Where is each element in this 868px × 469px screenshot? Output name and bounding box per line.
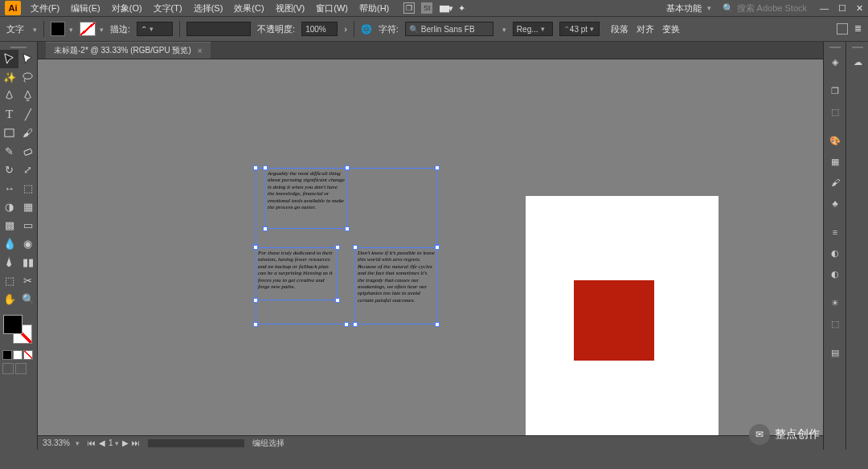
menu-edit[interactable]: 编辑(E) bbox=[66, 1, 105, 16]
transform-link[interactable]: 变换 bbox=[662, 23, 680, 35]
menu-help[interactable]: 帮助(H) bbox=[354, 1, 394, 16]
mesh-tool[interactable]: ▩ bbox=[0, 216, 18, 234]
text-frame-1[interactable]: Arguably the most difficult thing about … bbox=[265, 168, 347, 229]
search-adobe-stock[interactable]: 🔍 搜索 Adobe Stock bbox=[718, 1, 812, 16]
workspace-switcher[interactable]: 基本功能 bbox=[660, 1, 718, 16]
lasso-tool[interactable] bbox=[18, 68, 37, 87]
fill-swatch[interactable] bbox=[51, 22, 73, 36]
menu-object[interactable]: 对象(O) bbox=[107, 1, 147, 16]
nav-prev[interactable]: ◀ bbox=[99, 438, 105, 447]
symbols-panel-icon[interactable]: ♣ bbox=[824, 193, 846, 214]
shaper-tool[interactable]: ✎ bbox=[0, 142, 18, 161]
column-graph-tool[interactable]: ▮▮ bbox=[18, 253, 37, 271]
menu-window[interactable]: 窗口(W) bbox=[311, 1, 353, 16]
nav-next[interactable]: ▶ bbox=[122, 438, 129, 447]
brush-preset[interactable] bbox=[186, 22, 251, 36]
close-button[interactable]: ✕ bbox=[856, 3, 863, 14]
align-link[interactable]: 对齐 bbox=[637, 23, 654, 35]
nav-index[interactable]: 1 bbox=[108, 438, 120, 447]
slice-tool[interactable]: ✂ bbox=[18, 271, 37, 290]
eyedropper-tool[interactable]: 💧 bbox=[0, 234, 18, 253]
tool-mode-dd[interactable] bbox=[31, 24, 37, 34]
brushes-panel-icon[interactable]: 🖌 bbox=[824, 172, 846, 193]
direct-selection-tool[interactable] bbox=[18, 50, 37, 68]
stroke-weight-input[interactable]: ⌃ bbox=[137, 22, 173, 36]
asset-export-icon[interactable]: ⬚ bbox=[824, 101, 846, 122]
font-style-dd[interactable]: Reg... bbox=[513, 22, 553, 36]
zoom-level-dd[interactable]: 33.33% bbox=[43, 438, 80, 447]
pen-tool[interactable] bbox=[0, 87, 18, 105]
gradient-panel-icon[interactable]: ◐ bbox=[824, 243, 846, 263]
canvas[interactable]: Arguably the most difficult thing about … bbox=[38, 59, 823, 435]
panel-menu-icon[interactable]: ≣ bbox=[854, 23, 862, 35]
nav-last[interactable]: ⏭ bbox=[132, 438, 140, 447]
free-transform-tool[interactable]: ⬚ bbox=[18, 179, 37, 198]
tab-close-icon[interactable]: × bbox=[198, 47, 203, 55]
width-tool[interactable]: ↔ bbox=[0, 179, 18, 198]
appearance-panel-icon[interactable]: ☀ bbox=[824, 292, 846, 313]
minimize-button[interactable]: — bbox=[820, 3, 829, 14]
document-tab[interactable]: 未标题-2* @ 33.33% (RGB/GPU 预览) × bbox=[46, 42, 211, 59]
stock-icon[interactable]: ❐ bbox=[403, 2, 415, 14]
graphic-styles-icon[interactable]: ⬚ bbox=[824, 313, 846, 334]
st-icon[interactable]: St bbox=[421, 2, 432, 14]
snap-grid-icon[interactable] bbox=[837, 23, 848, 35]
swatches-panel-icon[interactable]: ▦ bbox=[824, 151, 846, 172]
hand-tool[interactable]: ✋ bbox=[0, 290, 18, 308]
font-family-chev[interactable] bbox=[500, 24, 506, 34]
text-frame-2[interactable]: For those truly dedicated to their missi… bbox=[256, 247, 338, 300]
fill-color[interactable] bbox=[3, 315, 23, 334]
menu-effect[interactable]: 效果(C) bbox=[229, 1, 268, 16]
gradient-tool[interactable]: ▭ bbox=[18, 216, 37, 234]
menu-select[interactable]: 选择(S) bbox=[189, 1, 228, 16]
draw-normal[interactable] bbox=[2, 363, 14, 374]
symbol-sprayer-tool[interactable]: 🌢 bbox=[0, 253, 18, 271]
layers-icon[interactable]: ◈ bbox=[824, 51, 846, 72]
shape-builder-tool[interactable]: ◑ bbox=[0, 198, 18, 216]
opacity-dd[interactable]: › bbox=[344, 24, 347, 34]
color-panel-icon[interactable]: 🎨 bbox=[824, 130, 846, 151]
gpu-icon[interactable]: ✦ bbox=[458, 3, 465, 14]
gradient-mode[interactable] bbox=[13, 350, 23, 360]
text-frame-3[interactable]: Don't know if it's possible to leave thi… bbox=[355, 247, 437, 324]
type-tool[interactable]: T bbox=[0, 105, 18, 124]
libraries-icon[interactable]: ☁ bbox=[846, 51, 868, 72]
menu-file[interactable]: 文件(F) bbox=[26, 1, 64, 16]
screen-mode[interactable] bbox=[15, 363, 27, 374]
curvature-tool[interactable] bbox=[18, 87, 37, 105]
horizontal-scrollbar[interactable] bbox=[148, 439, 244, 447]
line-tool[interactable]: ╱ bbox=[18, 105, 37, 124]
font-size-dd[interactable]: ⌃ 43 pt bbox=[559, 22, 600, 36]
selection-tool[interactable] bbox=[0, 50, 18, 68]
transparency-panel-icon[interactable]: ◐ bbox=[824, 263, 846, 284]
blend-tool[interactable]: ◉ bbox=[18, 234, 37, 253]
arrange-icon[interactable]: ▮▮▮▾ bbox=[439, 3, 452, 14]
red-rectangle-shape[interactable] bbox=[574, 280, 654, 361]
rectangle-tool[interactable] bbox=[0, 124, 18, 142]
artboards-icon[interactable]: ❐ bbox=[824, 80, 846, 101]
eraser-tool[interactable] bbox=[18, 142, 37, 161]
maximize-button[interactable]: ☐ bbox=[838, 3, 846, 14]
perspective-tool[interactable]: ▦ bbox=[18, 198, 37, 216]
menu-type[interactable]: 文字(T) bbox=[149, 1, 187, 16]
rotate-tool[interactable]: ↻ bbox=[0, 161, 18, 179]
color-mode[interactable] bbox=[2, 350, 12, 360]
artboard-tool[interactable]: ⬚ bbox=[0, 271, 18, 290]
none-mode[interactable] bbox=[23, 350, 33, 360]
stroke-swatch[interactable] bbox=[80, 22, 104, 36]
artboard[interactable] bbox=[526, 196, 719, 435]
paintbrush-tool[interactable]: 🖌 bbox=[18, 124, 37, 142]
fill-stroke-indicator[interactable] bbox=[0, 313, 37, 349]
font-family-dd[interactable]: 🔍Berlin Sans FB bbox=[405, 22, 493, 36]
stroke-panel-icon[interactable]: ≡ bbox=[824, 222, 846, 243]
paragraph-link[interactable]: 段落 bbox=[611, 23, 628, 35]
zoom-tool[interactable]: 🔍 bbox=[18, 290, 37, 308]
magic-wand-tool[interactable]: ✨ bbox=[0, 68, 18, 87]
scale-tool[interactable]: ⤢ bbox=[18, 161, 37, 179]
menu-view[interactable]: 视图(V) bbox=[271, 1, 310, 16]
nav-first[interactable]: ⏮ bbox=[88, 438, 96, 447]
align-panel-icon[interactable]: ▤ bbox=[824, 342, 846, 363]
toolbox: ✨ T ╱ 🖌 ✎ ↻ ⤢ ↔ ⬚ ◑ ▦ ▩ ▭ 💧 ◉ 🌢 bbox=[0, 42, 38, 450]
opacity-input[interactable]: 100% bbox=[301, 22, 338, 36]
recolor-icon[interactable]: 🌐 bbox=[361, 24, 372, 35]
